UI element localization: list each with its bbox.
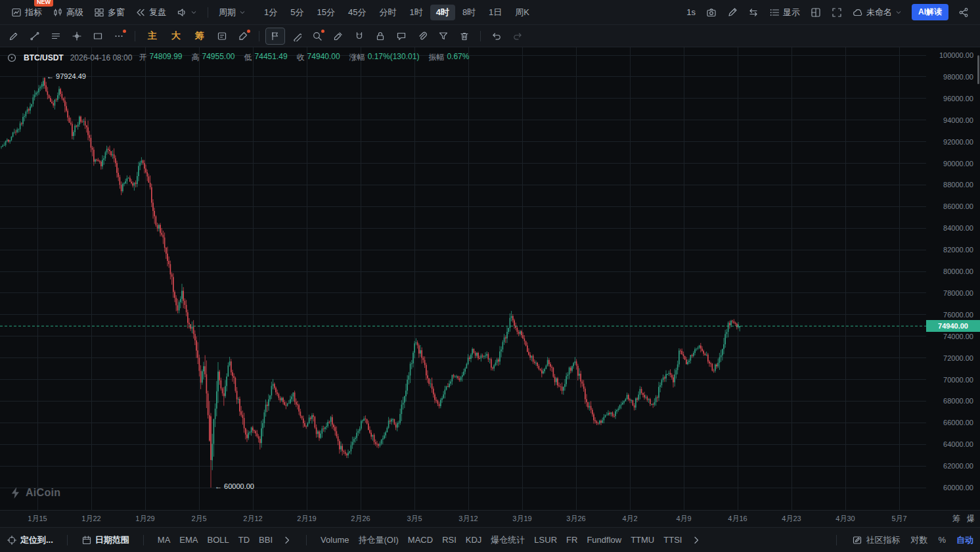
tool-draw-rect[interactable] [88,28,108,45]
panels-button[interactable] [806,4,826,21]
timeframe-button[interactable]: 15分 [311,5,340,20]
overlay-bbi-button[interactable]: BBI [259,535,273,545]
overlay-td-button[interactable]: TD [238,535,250,545]
overlay-ema-button[interactable]: EMA [179,535,198,545]
indicator-button[interactable]: KDJ [466,535,482,545]
lock-icon [375,31,386,41]
time-axis[interactable]: 1月151月221月292月52月122月192月263月53月123月193月… [0,510,980,527]
paperclip-icon [417,31,428,41]
overlay-ma-button[interactable]: MA [158,535,171,545]
indicator-button[interactable]: MACD [408,535,433,545]
redo-icon [512,31,523,41]
tool-magnet[interactable] [349,28,369,45]
tab-chips[interactable]: 筹 [189,28,211,44]
indicator-button[interactable]: RSI [442,535,457,545]
tool-more-dots[interactable] [109,28,129,45]
indicator-button[interactable]: 爆仓统计 [491,534,525,546]
y-tick-label: 60000.00 [943,484,973,492]
overlays-more-button[interactable] [282,535,292,545]
tab-main[interactable]: 主 [141,28,164,44]
timeframe-button[interactable]: 45分 [342,5,372,20]
display-button[interactable]: 显示 [765,4,805,21]
community-indicators-button[interactable]: 社区指标 [852,534,900,546]
tool-note-edit[interactable] [212,28,232,45]
sound-button[interactable] [172,5,202,20]
interval-1s-button[interactable]: 1s [682,5,700,20]
overlay-boll-button[interactable]: BOLL [208,535,229,545]
timeframe-button[interactable]: 8时 [457,5,481,20]
indicator-button-label: 持仓量(OI) [358,534,398,546]
timeframe-button[interactable]: 1分 [258,5,283,20]
overlay-td-button-label: TD [238,535,250,545]
indicators-more-button[interactable] [691,535,702,545]
chips-tab[interactable]: 筹 [952,511,960,527]
share-button[interactable] [954,4,973,21]
price-axis[interactable]: 100000.0098000.0096000.0094000.0092000.0… [926,47,980,510]
tab-large[interactable]: 大 [165,28,187,44]
log-scale-button[interactable]: 对数 [910,534,927,546]
draw-rect-icon [93,31,103,41]
divider [67,535,68,545]
timeframe-button[interactable]: 4时 [430,5,455,20]
session-low-annotation: ← 60000.00 [215,482,254,490]
tool-ruler[interactable] [286,28,306,45]
multi-window-button[interactable]: 多窗 [89,4,129,21]
x-tick-label: 3月12 [458,511,478,527]
divider [836,535,837,545]
timeframe-group: 1分5分15分45分分时1时4时8时1日周K [258,5,535,20]
auto-scale-button[interactable]: 自动 [956,534,973,546]
indicator-button[interactable]: Volume [321,535,349,545]
fullscreen-button[interactable] [827,4,847,21]
candlestick-chart[interactable] [0,47,926,510]
indicator-button-label: LSUR [534,535,557,545]
indicator-button[interactable]: LSUR [534,535,557,545]
tool-draw-list[interactable] [46,28,66,45]
tool-redo[interactable] [508,28,527,45]
compare-button[interactable] [744,4,763,21]
tool-undo[interactable] [487,28,506,45]
vertical-scrollbar[interactable] [977,55,979,84]
date-range-button[interactable]: 日期范围 [81,534,129,546]
liquidation-tab[interactable]: 爆 [967,511,975,527]
tool-paperclip[interactable] [412,28,432,45]
tool-trendline[interactable] [25,28,45,45]
y-tick-label: 90000.00 [943,160,973,168]
tool-flag[interactable] [265,28,285,45]
locate-button[interactable]: 定位到... [7,534,53,546]
symbol-name[interactable]: BTC/USDT [24,53,64,62]
tool-brush[interactable] [233,28,253,45]
x-tick-label: 5月7 [891,511,906,527]
indicator-button[interactable]: TTSI [663,535,682,545]
tool-trash[interactable] [455,28,474,45]
period-dropdown[interactable]: 周期 [214,4,250,21]
layout-dropdown[interactable]: 未命名 [848,4,906,21]
timeframe-button[interactable]: 1日 [483,5,508,20]
timeframe-button[interactable]: 分时 [373,5,402,20]
timeframe-button[interactable]: 1时 [403,5,428,20]
indicator-button-label: MACD [408,535,433,545]
y-tick-label: 96000.00 [943,95,973,103]
timeframe-button[interactable]: 周K [509,5,535,20]
ai-analyze-button[interactable]: AI解读 [912,4,948,20]
tool-draw-pencil[interactable] [4,28,24,45]
tool-comment[interactable] [391,28,411,45]
tool-filter[interactable] [434,28,453,45]
tool-zoom[interactable] [307,28,327,45]
advanced-button[interactable]: 高级 [48,4,88,21]
field-value: 74940.00 [307,52,340,63]
tool-crosshair[interactable] [67,28,87,45]
indicator-button[interactable]: FR [566,535,577,545]
indicator-button[interactable]: TTMU [631,535,654,545]
tool-marker[interactable] [328,28,348,45]
screenshot-button[interactable] [702,4,721,21]
replay-button[interactable]: 复盘 [131,4,171,21]
tool-lock[interactable] [370,28,390,45]
indicator-button[interactable]: 持仓量(OI) [358,534,398,546]
x-tick-label: 4月30 [835,511,855,527]
indicators-button[interactable]: 指标 NEW [7,4,47,21]
timeframe-button[interactable]: 5分 [284,5,309,20]
indicator-button[interactable]: Fundflow [587,535,621,545]
percent-scale-button[interactable]: % [938,535,946,545]
y-tick-label: 72000.00 [943,354,973,362]
quick-draw-button[interactable] [723,4,742,21]
